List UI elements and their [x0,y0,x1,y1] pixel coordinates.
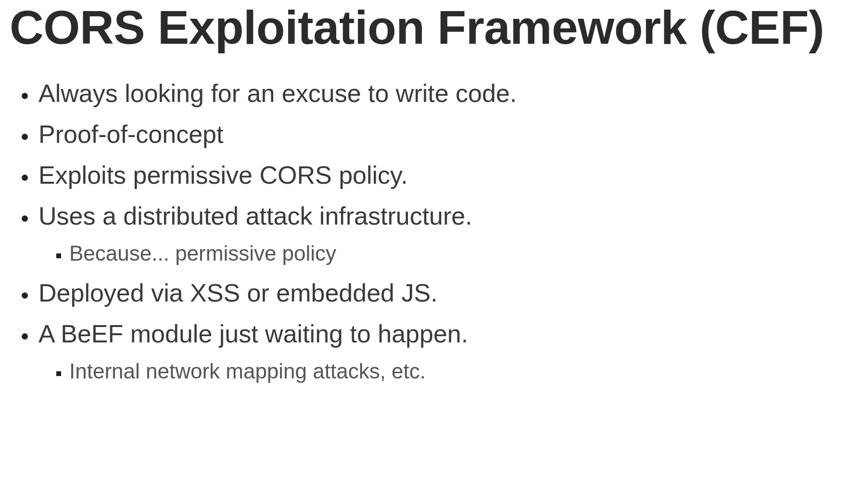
sub-list-item-text: Internal network mapping attacks, etc. [69,359,426,383]
list-item: Proof-of-concept [38,121,852,148]
list-item-text: A BeEF module just waiting to happen. [38,320,468,348]
slide-title: CORS Exploitation Framework (CEF) [10,0,852,54]
bullet-list: Always looking for an excuse to write co… [10,80,852,383]
list-item: Deployed via XSS or embedded JS. [38,279,852,306]
sub-list-item: Because... permissive policy [69,242,852,265]
list-item-text: Uses a distributed attack infrastructure… [38,202,472,230]
sub-list-item-text: Because... permissive policy [69,241,336,265]
list-item: A BeEF module just waiting to happen. In… [38,320,852,383]
list-item-text: Always looking for an excuse to write co… [38,79,517,107]
sub-list: Because... permissive policy [38,242,852,265]
sub-list: Internal network mapping attacks, etc. [38,360,852,383]
list-item: Uses a distributed attack infrastructure… [38,202,852,265]
list-item-text: Deployed via XSS or embedded JS. [38,279,438,307]
sub-list-item: Internal network mapping attacks, etc. [69,360,852,383]
list-item: Always looking for an excuse to write co… [38,80,852,107]
list-item: Exploits permissive CORS policy. [38,162,852,189]
slide: CORS Exploitation Framework (CEF) Always… [0,0,862,504]
list-item-text: Exploits permissive CORS policy. [38,161,408,189]
list-item-text: Proof-of-concept [38,120,223,148]
